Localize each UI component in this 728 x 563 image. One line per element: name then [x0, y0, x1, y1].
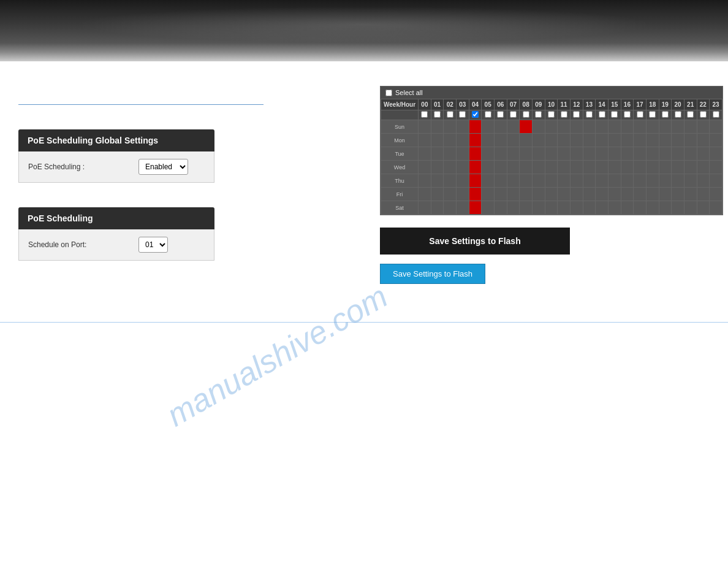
cell-mon-01[interactable] [431, 134, 444, 147]
cell-sun-03[interactable] [457, 120, 469, 134]
cell-mon-22[interactable] [697, 134, 710, 147]
cell-sat-10[interactable] [545, 201, 558, 215]
cell-wed-06[interactable] [495, 161, 507, 174]
hour-checkbox-12[interactable] [573, 111, 580, 118]
hour-checkbox-16[interactable] [624, 111, 631, 118]
cell-mon-14[interactable] [596, 134, 609, 147]
cell-tue-10[interactable] [545, 147, 558, 161]
cell-mon-16[interactable] [621, 134, 634, 147]
hour-checkbox-14[interactable] [599, 111, 605, 118]
cell-wed-10[interactable] [545, 161, 558, 174]
hour-checkbox-22[interactable] [700, 111, 707, 118]
cell-tue-12[interactable] [570, 147, 583, 161]
cell-wed-19[interactable] [659, 161, 672, 174]
cell-sun-08[interactable] [520, 120, 533, 134]
cell-wed-09[interactable] [532, 161, 545, 174]
cell-fri-09[interactable] [532, 188, 545, 201]
cell-wed-00[interactable] [419, 161, 431, 174]
cell-mon-02[interactable] [444, 134, 457, 147]
cell-sun-09[interactable] [532, 120, 545, 134]
cell-wed-07[interactable] [507, 161, 520, 174]
cell-sun-23[interactable] [710, 120, 722, 134]
hour-checkbox-03[interactable] [459, 111, 466, 118]
cell-thu-04[interactable] [469, 174, 482, 188]
cell-tue-21[interactable] [684, 147, 697, 161]
cell-fri-00[interactable] [419, 188, 431, 201]
cell-wed-02[interactable] [444, 161, 457, 174]
cell-sat-09[interactable] [532, 201, 545, 215]
cell-wed-01[interactable] [431, 161, 444, 174]
cell-sun-05[interactable] [482, 120, 495, 134]
cell-tue-01[interactable] [431, 147, 444, 161]
cell-thu-10[interactable] [545, 174, 558, 188]
cell-wed-22[interactable] [697, 161, 710, 174]
cell-thu-18[interactable] [646, 174, 659, 188]
cell-wed-13[interactable] [583, 161, 596, 174]
cell-mon-10[interactable] [545, 134, 558, 147]
cell-tue-18[interactable] [646, 147, 659, 161]
cell-sat-15[interactable] [608, 201, 621, 215]
cell-fri-19[interactable] [659, 188, 672, 201]
save-settings-blue-button[interactable]: Save Settings to Flash [380, 264, 485, 284]
cell-mon-05[interactable] [482, 134, 495, 147]
cell-sat-23[interactable] [710, 201, 722, 215]
cell-thu-07[interactable] [507, 174, 520, 188]
cell-thu-19[interactable] [659, 174, 672, 188]
cell-thu-20[interactable] [672, 174, 684, 188]
cell-fri-04[interactable] [469, 188, 482, 201]
cell-tue-19[interactable] [659, 147, 672, 161]
cell-wed-18[interactable] [646, 161, 659, 174]
cell-wed-14[interactable] [596, 161, 609, 174]
cell-thu-00[interactable] [419, 174, 431, 188]
cell-tue-00[interactable] [419, 147, 431, 161]
cell-mon-00[interactable] [419, 134, 431, 147]
cell-sun-01[interactable] [431, 120, 444, 134]
cell-sun-14[interactable] [596, 120, 609, 134]
cell-sat-22[interactable] [697, 201, 710, 215]
cell-mon-20[interactable] [672, 134, 684, 147]
cell-mon-04[interactable] [469, 134, 482, 147]
cell-sun-04[interactable] [469, 120, 482, 134]
cell-wed-08[interactable] [520, 161, 533, 174]
hour-checkbox-07[interactable] [510, 111, 517, 118]
cell-mon-19[interactable] [659, 134, 672, 147]
cell-wed-16[interactable] [621, 161, 634, 174]
cell-sat-01[interactable] [431, 201, 444, 215]
cell-thu-13[interactable] [583, 174, 596, 188]
cell-mon-08[interactable] [520, 134, 533, 147]
cell-tue-11[interactable] [558, 147, 571, 161]
cell-sat-03[interactable] [457, 201, 469, 215]
cell-sun-15[interactable] [608, 120, 621, 134]
cell-thu-16[interactable] [621, 174, 634, 188]
cell-fri-23[interactable] [710, 188, 722, 201]
cell-mon-12[interactable] [570, 134, 583, 147]
cell-thu-03[interactable] [457, 174, 469, 188]
cell-sun-10[interactable] [545, 120, 558, 134]
cell-wed-20[interactable] [672, 161, 684, 174]
cell-mon-13[interactable] [583, 134, 596, 147]
cell-fri-07[interactable] [507, 188, 520, 201]
cell-tue-06[interactable] [495, 147, 507, 161]
cell-mon-17[interactable] [634, 134, 646, 147]
cell-tue-15[interactable] [608, 147, 621, 161]
cell-tue-14[interactable] [596, 147, 609, 161]
cell-sat-02[interactable] [444, 201, 457, 215]
cell-wed-23[interactable] [710, 161, 722, 174]
cell-sat-06[interactable] [495, 201, 507, 215]
cell-thu-14[interactable] [596, 174, 609, 188]
hour-checkbox-21[interactable] [687, 111, 694, 118]
cell-sun-21[interactable] [684, 120, 697, 134]
cell-sat-14[interactable] [596, 201, 609, 215]
cell-sat-11[interactable] [558, 201, 571, 215]
hour-checkbox-17[interactable] [637, 111, 643, 118]
cell-mon-07[interactable] [507, 134, 520, 147]
cell-mon-21[interactable] [684, 134, 697, 147]
cell-fri-10[interactable] [545, 188, 558, 201]
hour-checkbox-06[interactable] [497, 111, 504, 118]
cell-fri-02[interactable] [444, 188, 457, 201]
cell-wed-21[interactable] [684, 161, 697, 174]
cell-sun-07[interactable] [507, 120, 520, 134]
cell-tue-22[interactable] [697, 147, 710, 161]
cell-tue-03[interactable] [457, 147, 469, 161]
cell-sat-05[interactable] [482, 201, 495, 215]
